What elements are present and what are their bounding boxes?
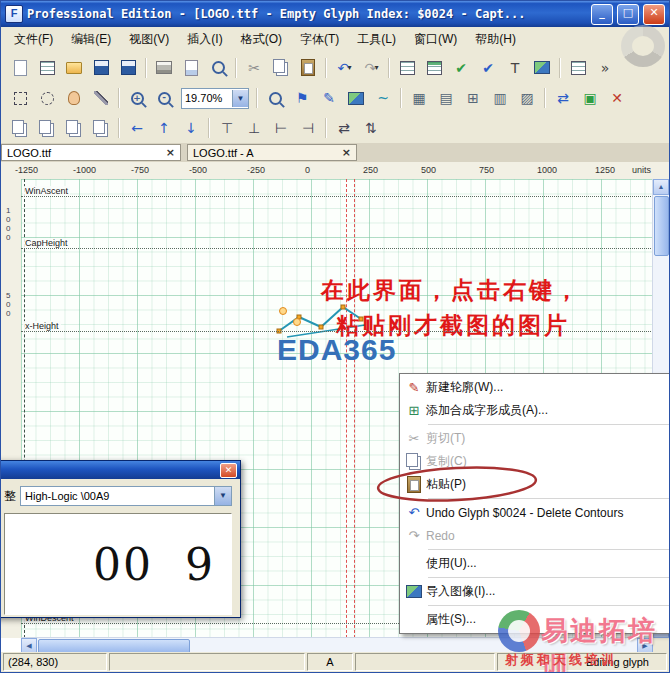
show-points-button[interactable]: ⊞: [460, 85, 486, 111]
minimize-button[interactable]: _: [591, 4, 613, 25]
insert-image-button[interactable]: [343, 85, 369, 111]
print-button[interactable]: [151, 55, 177, 81]
zoom-out-button[interactable]: [151, 85, 177, 111]
open-button[interactable]: [61, 55, 87, 81]
flip-horizontal-button[interactable]: ⇄: [331, 115, 357, 141]
paste-button[interactable]: [295, 55, 321, 81]
zoom-in-button[interactable]: [124, 85, 150, 111]
status-coordinates: (284, 830): [3, 653, 107, 671]
zoom-to-selection-button[interactable]: [262, 85, 288, 111]
annotation-line2: 粘贴刚才截图的图片: [336, 310, 570, 341]
menu-item-use[interactable]: 使用(U)...: [402, 552, 670, 575]
draw-contour-button[interactable]: ✎: [316, 85, 342, 111]
transform-copy-4-button[interactable]: [88, 115, 114, 141]
menu-item-undo-icon: ↶: [402, 505, 426, 520]
transform-copy-2-button[interactable]: [34, 115, 60, 141]
zoom-dropdown-arrow-icon[interactable]: ▼: [232, 90, 248, 107]
close-button[interactable]: ✕: [643, 4, 665, 25]
save-button[interactable]: [88, 55, 114, 81]
toolbar-separator: [235, 58, 237, 78]
show-metrics-button[interactable]: ▥: [487, 85, 513, 111]
toolbar-drawing: 19.70% ▼ ⚑✎~▦▤⊞▥▨⇄▣✕: [1, 83, 669, 114]
curve-tool-button[interactable]: ~: [370, 85, 396, 111]
vertical-scroll-thumb[interactable]: [654, 196, 669, 256]
nudge-down-button[interactable]: ↓: [178, 115, 204, 141]
cut-button[interactable]: ✂: [241, 55, 267, 81]
overview-button[interactable]: [394, 55, 420, 81]
transform-copy-3-button[interactable]: [61, 115, 87, 141]
layout-button[interactable]: [565, 55, 591, 81]
menu-item-redo-icon: ↷: [402, 528, 426, 543]
zoom-combobox[interactable]: 19.70% ▼: [181, 88, 249, 109]
title-bar[interactable]: F Professional Edition - [LOGO.ttf - Emp…: [1, 1, 669, 27]
menu-item-import-image[interactable]: 导入图像(I)...: [402, 580, 670, 603]
menubar-item-2[interactable]: 视图(V): [120, 28, 178, 51]
restore-button[interactable]: □: [617, 4, 639, 25]
insert-characters-button[interactable]: [421, 55, 447, 81]
copy-button[interactable]: [268, 55, 294, 81]
menubar-item-1[interactable]: 编辑(E): [62, 28, 120, 51]
select-tool-button[interactable]: [7, 85, 33, 111]
align-top-button[interactable]: ⊤: [214, 115, 240, 141]
validate-button[interactable]: ✔: [448, 55, 474, 81]
show-grid-button[interactable]: ▦: [406, 85, 432, 111]
scroll-up-icon[interactable]: ▲: [653, 179, 669, 195]
knife-tool-button[interactable]: [88, 85, 114, 111]
save-all-button[interactable]: [115, 55, 141, 81]
menubar-item-6[interactable]: 工具(L): [348, 28, 405, 51]
align-bottom-button[interactable]: ⊥: [241, 115, 267, 141]
menu-item-undo[interactable]: ↶Undo Glyph $0024 - Delete Contours: [402, 501, 670, 524]
show-guidelines-button[interactable]: ▤: [433, 85, 459, 111]
toolbar-overflow-button[interactable]: »: [592, 55, 618, 81]
tab-logo-ttf-a[interactable]: LOGO.ttf - A ×: [187, 144, 357, 161]
pan-tool-button[interactable]: [61, 85, 87, 111]
font-combobox[interactable]: High-Logic \00A9 ▼: [20, 486, 232, 506]
test-font-button[interactable]: ✔: [475, 55, 501, 81]
split-contour-button[interactable]: ⇄: [550, 85, 576, 111]
lasso-tool-button[interactable]: [34, 85, 60, 111]
combobox-arrow-icon[interactable]: ▼: [214, 487, 231, 505]
glyph-grid-button[interactable]: [34, 55, 60, 81]
image-tool-button[interactable]: [529, 55, 555, 81]
menu-item-paste[interactable]: 粘贴(P): [402, 473, 670, 496]
menubar-item-0[interactable]: 文件(F): [5, 28, 62, 51]
tab-logo-ttf[interactable]: LOGO.ttf ×: [1, 144, 181, 161]
select-tool-button-icon: [14, 92, 27, 105]
menubar-item-8[interactable]: 帮助(H): [466, 28, 525, 51]
align-left-button[interactable]: ⊢: [268, 115, 294, 141]
nudge-left-button[interactable]: ←: [124, 115, 150, 141]
flag-button[interactable]: ⚑: [289, 85, 315, 111]
redo-button[interactable]: ↷▾: [358, 55, 384, 81]
find-button[interactable]: [205, 55, 231, 81]
flip-vertical-button[interactable]: ⇅: [358, 115, 384, 141]
dialog-close-button[interactable]: ✕: [220, 463, 237, 478]
context-menu: ✎新建轮廓(W)...⊞添加合成字形成员(A)...✂剪切(T)复制(C)粘贴(…: [399, 373, 670, 634]
undo-button[interactable]: ↶▾: [331, 55, 357, 81]
dialog-title-bar[interactable]: ✕: [0, 461, 240, 479]
menu-item-new-contour[interactable]: ✎新建轮廓(W)...: [402, 376, 670, 399]
menu-item-add-composite-member[interactable]: ⊞添加合成字形成员(A)...: [402, 399, 670, 422]
nudge-up-button[interactable]: ↑: [151, 115, 177, 141]
menubar-item-4[interactable]: 格式(O): [232, 28, 291, 51]
context-menu-separator: [428, 577, 670, 578]
font-properties-button[interactable]: T: [502, 55, 528, 81]
transform-copy-1-button[interactable]: [7, 115, 33, 141]
align-top-button-icon: ⊤: [220, 120, 234, 136]
join-contour-button-icon: ▣: [583, 90, 597, 106]
snap-to-grid-button[interactable]: ▨: [514, 85, 540, 111]
watermark-logo-icon: [498, 610, 540, 652]
tab-close-icon[interactable]: ×: [166, 146, 175, 159]
menubar-item-7[interactable]: 窗口(W): [405, 28, 466, 51]
align-right-button[interactable]: ⊣: [295, 115, 321, 141]
new-button[interactable]: [7, 55, 33, 81]
menubar-item-5[interactable]: 字体(T): [291, 28, 348, 51]
delete-contour-button[interactable]: ✕: [604, 85, 630, 111]
split-contour-button-icon: ⇄: [556, 90, 570, 106]
context-menu-separator: [428, 498, 670, 499]
print-preview-button[interactable]: [178, 55, 204, 81]
join-contour-button[interactable]: ▣: [577, 85, 603, 111]
tab-close-icon[interactable]: ×: [342, 146, 351, 159]
status-glyph-char: A: [307, 653, 353, 671]
menubar-item-3[interactable]: 插入(I): [178, 28, 231, 51]
app-icon: F: [5, 5, 23, 23]
